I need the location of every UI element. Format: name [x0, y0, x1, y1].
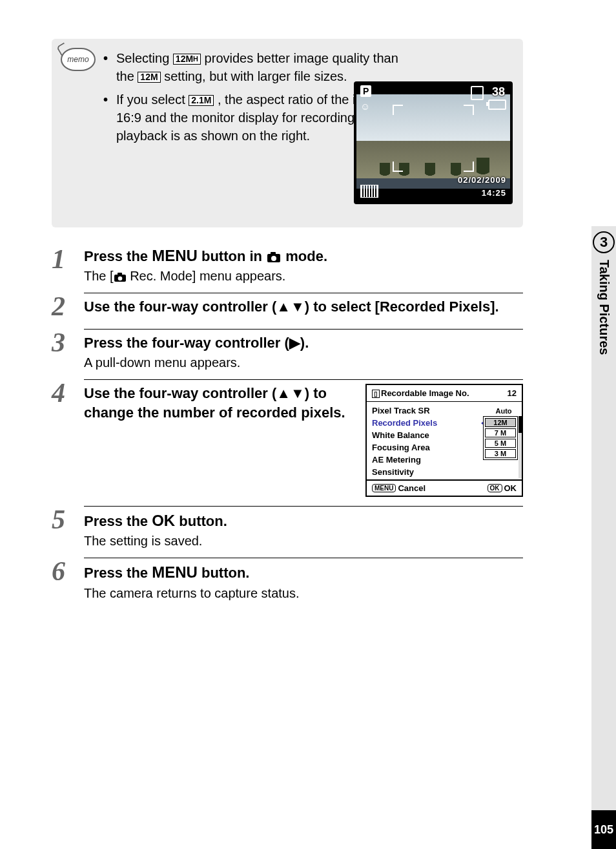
memory-card-icon — [471, 86, 484, 100]
page-number: 105 — [591, 810, 616, 849]
step-2: 2 Use the four-way controller (▲▼) to se… — [52, 293, 523, 320]
step-title: Press the OK button. — [84, 510, 523, 531]
mode-indicator: P — [360, 85, 371, 97]
chapter-side-tab: 3 Taking Pictures — [591, 226, 616, 827]
step-number: 4 — [52, 379, 84, 497]
text: setting, but with larger file sizes. — [164, 69, 347, 83]
histogram-icon — [360, 185, 378, 198]
ok-key-badge: OK — [488, 484, 502, 492]
battery-icon — [488, 100, 506, 110]
camera-icon — [114, 273, 127, 282]
step-list: 1 Press the MENU button in mode. The [ R… — [52, 246, 523, 601]
manual-page: 3 Taking Pictures 105 memo Selecting 12M… — [0, 0, 616, 849]
memo-icon: memo — [61, 48, 96, 71]
dropdown-option: 3 M — [485, 449, 516, 458]
menu-key-badge: MENU — [372, 484, 396, 492]
menu-scrollbar — [518, 416, 522, 478]
step-1: 1 Press the MENU button in mode. The [ R… — [52, 246, 523, 284]
step-title: Use the four-way controller (▲▼) to sele… — [84, 297, 523, 317]
svg-rect-1 — [271, 252, 276, 255]
step-description: The setting is saved. — [84, 534, 523, 549]
dropdown-option: 5 M — [485, 439, 516, 448]
step-5: 5 Press the OK button. The setting is sa… — [52, 506, 523, 549]
lcd-preview: P ☺ 38 02/02/2009 14:25 — [354, 81, 513, 204]
page-content: memo Selecting 12MH provides better imag… — [0, 0, 562, 601]
pixel-badge: 12MH — [173, 54, 201, 65]
menu-footer-label: Cancel — [398, 483, 426, 493]
shots-remaining: 38 — [492, 85, 505, 99]
step-description: The [ Rec. Mode] menu appears. — [84, 269, 523, 284]
menu-item-value: Auto — [491, 407, 517, 415]
menu-button-label: MENU — [152, 563, 198, 581]
step-title: Press the four-way controller (▶). — [84, 333, 523, 353]
camera-tab-icon: ▯ — [372, 390, 380, 398]
svg-rect-4 — [118, 273, 122, 276]
step-number: 2 — [52, 293, 84, 320]
text: If you select — [116, 92, 189, 107]
menu-header-value: 12 — [508, 388, 517, 398]
step-4: 4 Use the four-way controller (▲▼) to ch… — [52, 379, 523, 497]
af-frame-corner — [464, 162, 474, 172]
pixel-badge: 2.1M — [189, 95, 214, 106]
af-frame-corner — [393, 105, 403, 115]
pixel-dropdown: 12M 7 M 5 M 3 M — [483, 416, 518, 460]
af-frame-corner — [393, 162, 403, 172]
step-description: A pull-down menu appears. — [84, 355, 523, 370]
menu-item-label: Pixel Track SR — [372, 406, 488, 415]
menu-row: Sensitivity — [372, 466, 517, 478]
pixel-badge: 12M — [138, 72, 160, 83]
menu-item-label: Recorded Pixels — [372, 418, 481, 428]
step-number: 3 — [52, 329, 84, 370]
menu-footer: MENUCancel OKOK — [367, 479, 522, 496]
menu-header: ▯Recordable Image No. 12 — [367, 385, 522, 402]
dropdown-option: 7 M — [485, 428, 516, 437]
step-number: 1 — [52, 246, 84, 284]
svg-point-2 — [271, 256, 276, 261]
text: Selecting — [116, 51, 173, 65]
chapter-title: Taking Pictures — [597, 260, 611, 355]
step-title: Use the four-way controller (▲▼) to chan… — [84, 384, 353, 422]
lcd-overlay: P ☺ 38 02/02/2009 14:25 — [354, 81, 513, 204]
step-title: Press the MENU button. — [84, 562, 523, 583]
face-detect-icon: ☺ — [360, 101, 370, 112]
menu-body: Pixel Track SR Auto Recorded Pixels 12MH… — [367, 402, 522, 479]
chapter-number-badge: 3 — [593, 231, 615, 253]
lcd-date: 02/02/2009 — [458, 175, 506, 185]
step-number: 5 — [52, 506, 84, 549]
ok-button-label: OK — [152, 512, 175, 529]
svg-point-5 — [118, 277, 122, 281]
camera-icon — [266, 251, 282, 263]
lcd-time: 14:25 — [482, 188, 506, 198]
memo-callout: memo Selecting 12MH provides better imag… — [52, 39, 523, 227]
step-description: The camera returns to capture status. — [84, 586, 523, 601]
menu-footer-label: OK — [504, 483, 517, 493]
step-title: Press the MENU button in mode. — [84, 246, 523, 266]
dropdown-option: 12M — [485, 418, 516, 427]
step-3: 3 Press the four-way controller (▶). A p… — [52, 329, 523, 370]
camera-menu-illustration: ▯Recordable Image No. 12 Pixel Track SR … — [365, 384, 523, 497]
menu-header-label: Recordable Image No. — [381, 388, 469, 398]
step-6: 6 Press the MENU button. The camera retu… — [52, 558, 523, 600]
menu-item-label: Sensitivity — [372, 467, 517, 477]
memo-item: Selecting 12MH provides better image qua… — [103, 49, 420, 85]
step-number: 6 — [52, 558, 84, 600]
menu-row: Pixel Track SR Auto — [372, 404, 517, 417]
menu-button-label: MENU — [152, 247, 198, 264]
af-frame-corner — [464, 105, 474, 115]
